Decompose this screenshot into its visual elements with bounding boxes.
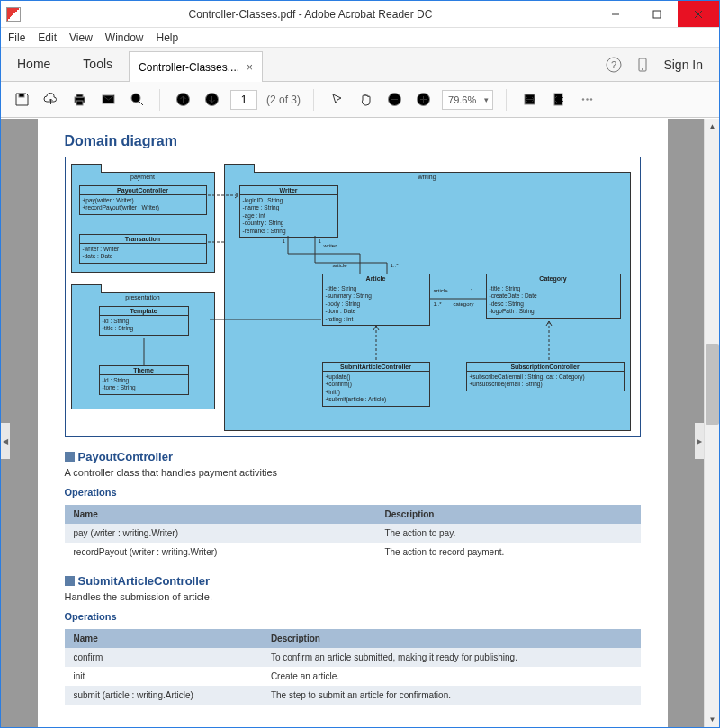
email-icon[interactable] bbox=[98, 90, 118, 110]
class-theme: Theme -id : String -tone : String bbox=[99, 365, 189, 395]
document-viewport[interactable]: ◀ ▶ Domain diagram payment PayoutControl… bbox=[1, 119, 704, 727]
class-icon bbox=[65, 576, 75, 586]
menu-bar: File Edit View Window Help bbox=[1, 28, 719, 48]
next-page-icon[interactable] bbox=[202, 90, 221, 110]
menu-view[interactable]: View bbox=[69, 31, 93, 44]
zoom-select[interactable]: 79.6% bbox=[442, 90, 493, 110]
print-icon[interactable] bbox=[69, 90, 89, 110]
package-presentation-label: presentation bbox=[72, 293, 214, 301]
svg-point-24 bbox=[582, 98, 584, 100]
tab-document[interactable]: Controller-Classes.... × bbox=[129, 51, 263, 82]
save-icon[interactable] bbox=[12, 90, 32, 110]
class-category: Category -title : String -createDate : D… bbox=[486, 274, 621, 319]
svg-rect-1 bbox=[653, 11, 661, 18]
section-payoutcontroller-title: PayoutController bbox=[65, 450, 641, 463]
svg-point-25 bbox=[586, 98, 588, 100]
fit-width-icon[interactable] bbox=[519, 90, 539, 110]
page-input[interactable] bbox=[230, 90, 257, 110]
svg-rect-10 bbox=[76, 94, 83, 97]
table-row: initCreate an article. bbox=[65, 667, 641, 686]
svg-rect-8 bbox=[19, 94, 24, 97]
uml-diagram: payment PayoutController +pay(writer : W… bbox=[65, 157, 641, 437]
scrollbar-thumb[interactable] bbox=[706, 344, 719, 425]
svg-point-26 bbox=[590, 98, 592, 100]
close-button[interactable] bbox=[678, 1, 719, 27]
section-submitarticle-desc: Handles the submission of article. bbox=[65, 591, 641, 602]
class-icon bbox=[65, 452, 75, 462]
mobile-icon[interactable] bbox=[634, 57, 651, 73]
zoom-in-icon[interactable] bbox=[413, 90, 433, 110]
svg-line-14 bbox=[140, 102, 143, 105]
hand-tool-icon[interactable] bbox=[356, 90, 375, 110]
title-bar: Controller-Classes.pdf - Adobe Acrobat R… bbox=[1, 1, 719, 28]
maximize-button[interactable] bbox=[636, 1, 678, 27]
more-icon[interactable] bbox=[577, 90, 597, 110]
toolbar-separator bbox=[506, 89, 507, 111]
help-icon[interactable]: ? bbox=[606, 57, 622, 73]
fit-page-icon[interactable] bbox=[548, 90, 568, 110]
left-pane-toggle[interactable]: ◀ bbox=[1, 423, 10, 459]
vertical-scrollbar[interactable]: ▲ ▼ bbox=[704, 119, 719, 727]
operations-heading: Operations bbox=[65, 611, 641, 622]
section-submitarticle-title: SubmitArticleController bbox=[65, 574, 641, 588]
minimize-button[interactable] bbox=[595, 1, 636, 27]
tab-tools[interactable]: Tools bbox=[67, 47, 129, 81]
zoom-value: 79.6% bbox=[448, 94, 476, 105]
class-template: Template -id : String -title : String bbox=[99, 306, 189, 336]
class-subscriptioncontroller: SubscriptionController +subscribeCat(ema… bbox=[466, 362, 625, 391]
toolbar: (2 of 3) 79.6% bbox=[1, 82, 719, 118]
window-title: Controller-Classes.pdf - Adobe Acrobat R… bbox=[26, 8, 595, 21]
svg-text:?: ? bbox=[611, 59, 616, 70]
toolbar-separator bbox=[159, 89, 160, 111]
page-total-label: (2 of 3) bbox=[266, 94, 301, 106]
package-presentation: presentation Template -id : String -titl… bbox=[71, 292, 215, 409]
class-transaction: Transaction -writer : Writer -date : Dat… bbox=[79, 234, 207, 264]
select-tool-icon[interactable] bbox=[327, 90, 346, 110]
class-article: Article -title : String -summary : Strin… bbox=[322, 274, 430, 326]
document-page: Domain diagram payment PayoutController … bbox=[38, 119, 668, 727]
table-row: confirmTo confirm an article submitted, … bbox=[65, 648, 641, 667]
menu-help[interactable]: Help bbox=[157, 31, 179, 44]
menu-edit[interactable]: Edit bbox=[38, 31, 57, 44]
zoom-out-icon[interactable] bbox=[384, 90, 404, 110]
operations-table-submit: NameDescription confirmTo confirm an art… bbox=[65, 629, 641, 705]
tab-home[interactable]: Home bbox=[1, 47, 67, 81]
search-icon[interactable] bbox=[127, 90, 147, 110]
package-writing: writing Writer -loginID : String -name :… bbox=[224, 172, 631, 431]
class-submitarticlecontroller: SubmitArticleController +update() +confi… bbox=[322, 362, 430, 407]
class-payoutcontroller: PayoutController +pay(writer : Writer) +… bbox=[79, 185, 207, 215]
cloud-icon[interactable] bbox=[40, 90, 60, 110]
tab-document-label: Controller-Classes.... bbox=[139, 61, 239, 74]
table-row: pay (writer : writing.Writer)The action … bbox=[65, 524, 641, 543]
menu-file[interactable]: File bbox=[8, 31, 25, 44]
package-payment: payment PayoutController +pay(writer : W… bbox=[71, 172, 215, 273]
tab-close-icon[interactable]: × bbox=[247, 61, 253, 74]
svg-rect-11 bbox=[76, 101, 83, 105]
scroll-up-icon[interactable]: ▲ bbox=[705, 119, 720, 134]
table-row: recordPayout (writer : writing.Writer)Th… bbox=[65, 543, 641, 562]
signin-link[interactable]: Sign In bbox=[663, 58, 703, 72]
svg-rect-23 bbox=[554, 94, 562, 105]
app-icon bbox=[6, 7, 21, 22]
page-title: Domain diagram bbox=[65, 133, 641, 149]
tab-bar: Home Tools Controller-Classes.... × ? Si… bbox=[1, 48, 719, 82]
operations-table-payout: NameDescription pay (writer : writing.Wr… bbox=[65, 505, 641, 562]
svg-point-13 bbox=[131, 94, 140, 103]
right-pane-toggle[interactable]: ▶ bbox=[695, 423, 704, 459]
table-row: submit (article : writing.Article)The st… bbox=[65, 686, 641, 705]
package-writing-label: writing bbox=[225, 173, 630, 181]
scroll-down-icon[interactable]: ▼ bbox=[705, 712, 720, 727]
section-payoutcontroller-desc: A controller class that handles payment … bbox=[65, 467, 641, 478]
operations-heading: Operations bbox=[65, 487, 641, 498]
class-writer: Writer -loginID : String -name : String … bbox=[239, 185, 338, 238]
menu-window[interactable]: Window bbox=[105, 31, 144, 44]
toolbar-separator bbox=[313, 89, 314, 111]
prev-page-icon[interactable] bbox=[173, 90, 193, 110]
package-payment-label: payment bbox=[72, 173, 214, 181]
